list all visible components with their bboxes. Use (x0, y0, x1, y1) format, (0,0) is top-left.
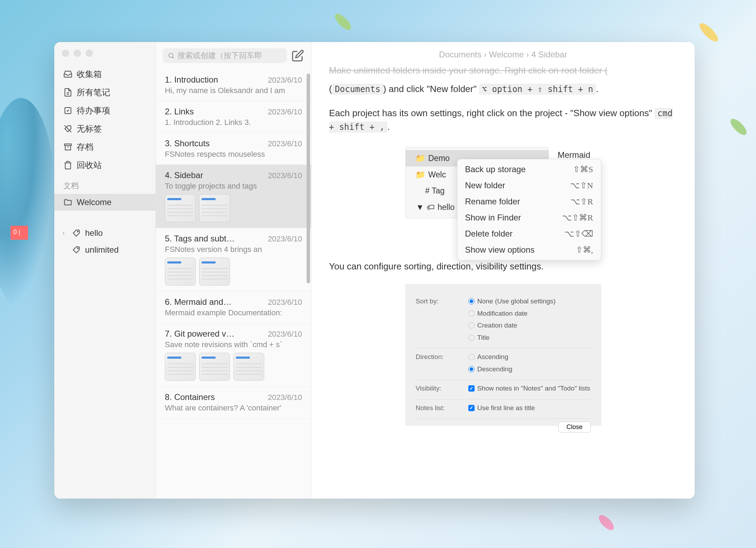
note-title: 1. Introduction (165, 75, 218, 85)
todo-icon (63, 106, 72, 115)
note-title: 2. Links (165, 107, 194, 117)
sidebar-section-documents: 文档 (54, 174, 155, 194)
search-field[interactable] (163, 48, 287, 63)
thumbnail (199, 258, 230, 286)
sidebar-label: 收集箱 (77, 69, 102, 80)
note-date: 2023/6/10 (268, 171, 302, 180)
content-paragraph: Each project has its own settings, right… (329, 106, 677, 134)
notes-icon (63, 88, 72, 97)
close-window-button[interactable] (62, 50, 69, 57)
thumbnail (199, 194, 230, 222)
menu-shortcut: ⌥⇧N (570, 179, 593, 192)
note-date: 2023/6/10 (268, 393, 302, 402)
direction-radio-option[interactable]: Ascending (468, 352, 591, 362)
close-button[interactable]: Close (558, 422, 590, 433)
thumbnail (165, 353, 196, 381)
tag-label: hello (85, 228, 103, 238)
svg-line-1 (64, 125, 71, 132)
radio-icon (468, 354, 475, 360)
note-list-item[interactable]: 4. Sidebar2023/6/10To toggle projects an… (156, 165, 311, 228)
note-preview: Save note revisions with `cmd + s` (165, 340, 302, 349)
sort-radio-option[interactable]: Modification date (468, 309, 591, 319)
sidebar-item-todo[interactable]: 待办事项 (54, 101, 155, 120)
checkbox-checked-icon: ✓ (468, 405, 475, 411)
context-menu-illustration: 📁Demo 📁Welc # Tag ▼🏷hello Mermaid Mermai… (405, 144, 601, 249)
sidebar-label: 所有笔记 (77, 87, 110, 98)
sort-radio-option[interactable]: None (Use global settings) (468, 296, 591, 307)
content-paragraph: You can configure sorting, direction, vi… (329, 260, 677, 273)
note-list-item[interactable]: 8. Containers2023/6/10What are container… (156, 387, 311, 419)
folder-icon (63, 198, 72, 207)
note-date: 2023/6/10 (268, 139, 302, 148)
radio-icon (468, 366, 475, 372)
note-list-item[interactable]: 2. Links2023/6/101. Introduction 2. Link… (156, 101, 311, 133)
menu-label: Delete folder (465, 227, 513, 240)
note-date: 2023/6/10 (268, 107, 302, 117)
minimize-window-button[interactable] (74, 50, 81, 57)
context-menu-item[interactable]: Show view options⇧⌘, (457, 242, 601, 258)
menu-label: New folder (465, 179, 505, 192)
menu-shortcut: ⇧⌘, (576, 244, 593, 256)
sidebar: 收集箱 所有笔记 待办事项 无标签 存档 回收站 文档 Welcome (54, 42, 156, 499)
radio-icon (468, 322, 475, 329)
visibility-checkbox[interactable]: ✓ Show notes in "Notes" and "Todo" lists (468, 384, 591, 394)
radio-icon (468, 335, 475, 341)
context-menu-item[interactable]: Back up storage⇧⌘S (457, 161, 601, 177)
context-menu-item[interactable]: Delete folder⌥⇧⌫ (457, 226, 601, 242)
note-date: 2023/6/10 (268, 298, 302, 307)
note-list-scroll[interactable]: 1. Introduction2023/6/10Hi, my name is O… (156, 69, 311, 499)
chevron-right-icon[interactable]: › (63, 230, 64, 236)
trash-icon (63, 161, 72, 170)
note-list-item[interactable]: 7. Git powered v…2023/6/10Save note revi… (156, 323, 311, 387)
note-title: 7. Git powered v… (165, 329, 234, 339)
menu-shortcut: ⇧⌘S (573, 163, 593, 176)
note-date: 2023/6/10 (268, 76, 302, 85)
search-input[interactable] (177, 51, 282, 60)
sidebar-item-archive[interactable]: 存档 (54, 138, 155, 156)
thumbnail (165, 194, 196, 222)
archive-icon (63, 142, 72, 152)
note-preview: 1. Introduction 2. Links 3. (165, 118, 302, 127)
tag-icon: 🏷 (427, 201, 435, 213)
context-menu-item[interactable]: New folder⌥⇧N (457, 177, 601, 194)
app-window: 收集箱 所有笔记 待办事项 无标签 存档 回收站 文档 Welcome (54, 42, 695, 499)
note-preview: Mermaid example Documentation: (165, 308, 302, 317)
notes-list-label: Notes list: (416, 403, 454, 415)
search-icon (168, 52, 175, 59)
note-list-item[interactable]: 6. Mermaid and…2023/6/10Mermaid example … (156, 291, 311, 323)
zoom-window-button[interactable] (86, 50, 93, 57)
menu-shortcut: ⌥⇧R (570, 195, 593, 208)
sidebar-item-untagged[interactable]: 无标签 (54, 120, 155, 138)
checkbox-checked-icon: ✓ (468, 385, 475, 392)
direction-radio-option[interactable]: Descending (468, 364, 591, 374)
sidebar-tag-unlimited[interactable]: unlimited (54, 241, 155, 258)
context-menu-item[interactable]: Show in Finder⌥⇧⌘R (457, 210, 601, 226)
compose-button[interactable] (292, 49, 304, 62)
sort-radio-option[interactable]: Title (468, 333, 591, 343)
tag-label: unlimited (85, 245, 119, 255)
traffic-lights (62, 50, 93, 57)
note-preview: FSNotes version 4 brings an (165, 245, 302, 254)
folder-icon: 📁 (415, 169, 426, 181)
note-thumbnails (165, 194, 302, 222)
sidebar-label: 存档 (77, 141, 93, 153)
tag-icon (72, 229, 81, 238)
note-list-item[interactable]: 1. Introduction2023/6/10Hi, my name is O… (156, 69, 311, 101)
first-line-title-checkbox[interactable]: ✓ Use first line as title (468, 403, 591, 413)
context-menu: Back up storage⇧⌘SNew folder⌥⇧NRename fo… (457, 159, 601, 260)
sidebar-item-trash[interactable]: 回收站 (54, 156, 155, 174)
note-list-item[interactable]: 3. Shortcuts2023/6/10FSNotes respects mo… (156, 133, 311, 165)
note-list-item[interactable]: 5. Tags and subt…2023/6/10FSNotes versio… (156, 228, 311, 291)
note-title: 5. Tags and subt… (165, 234, 235, 244)
note-list-scrollbar[interactable] (307, 70, 310, 437)
content-paragraph: (Documents) and click "New folder" ⌥ opt… (329, 82, 677, 96)
sort-radio-option[interactable]: Creation date (468, 321, 591, 331)
context-menu-item[interactable]: Rename folder⌥⇧R (457, 194, 601, 210)
sidebar-folder-welcome[interactable]: Welcome (54, 194, 155, 211)
sidebar-item-all-notes[interactable]: 所有笔记 (54, 83, 155, 101)
breadcrumb[interactable]: Documents › Welcome › 4 Sidebar (312, 42, 695, 67)
editor: Documents › Welcome › 4 Sidebar Make unl… (312, 42, 695, 499)
sidebar-item-inbox[interactable]: 收集箱 (54, 65, 155, 83)
editor-body[interactable]: Make unlimited folders inside your stora… (312, 67, 695, 499)
sidebar-tag-hello[interactable]: › hello (54, 225, 155, 241)
